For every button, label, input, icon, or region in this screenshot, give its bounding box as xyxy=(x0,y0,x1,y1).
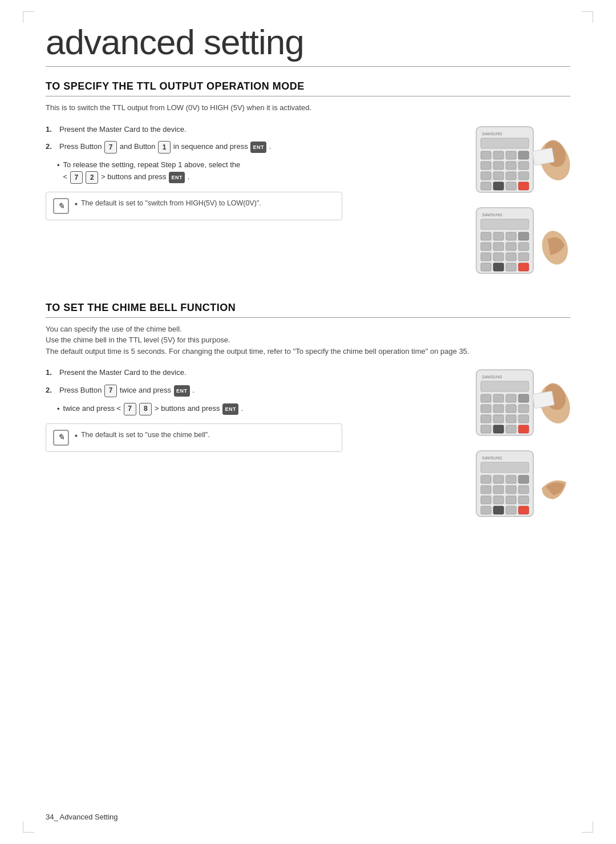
step2-text: Press Button 7 and Button 1 in sequence … xyxy=(59,141,445,154)
svg-rect-28 xyxy=(518,232,529,240)
bullet-btn2: 2 xyxy=(86,171,98,184)
svg-rect-69 xyxy=(506,475,516,483)
svg-rect-21 xyxy=(532,148,554,165)
svg-rect-68 xyxy=(493,475,504,483)
svg-rect-2 xyxy=(481,138,529,148)
note-icon1: ✎ xyxy=(53,198,69,214)
bullet-dot1: • xyxy=(57,160,60,172)
corner-mark-bl xyxy=(23,821,34,833)
svg-text:SAMSUNG: SAMSUNG xyxy=(482,213,502,217)
svg-rect-24 xyxy=(481,219,529,229)
svg-rect-11 xyxy=(481,172,491,180)
svg-rect-77 xyxy=(506,496,516,504)
svg-rect-79 xyxy=(481,506,491,514)
svg-text:SAMSUNG: SAMSUNG xyxy=(482,132,502,136)
svg-rect-17 xyxy=(506,182,516,190)
section2-note: ✎ ▪ The default is set to "use the chime… xyxy=(46,423,342,452)
svg-rect-72 xyxy=(493,486,504,494)
section1-note-text: The default is set to "switch from HIGH(… xyxy=(81,198,261,209)
svg-rect-47 xyxy=(506,394,516,402)
step2-btn-ent: ENT xyxy=(250,142,266,153)
svg-rect-31 xyxy=(506,243,516,251)
svg-rect-46 xyxy=(493,394,504,402)
svg-rect-50 xyxy=(493,405,504,413)
svg-rect-25 xyxy=(481,232,491,240)
s2-note-bullet: ▪ xyxy=(75,430,78,442)
svg-rect-8 xyxy=(493,161,504,169)
s2-bullet-ent: ENT xyxy=(222,403,238,415)
svg-rect-53 xyxy=(481,415,491,423)
s2-bullet-period: . xyxy=(241,404,244,413)
svg-rect-36 xyxy=(518,253,529,261)
page-title: advanced setting xyxy=(46,23,570,62)
section1-step1: 1. Present the Master Card to the device… xyxy=(46,124,445,136)
note-icon2: ✎ xyxy=(53,430,69,446)
svg-rect-10 xyxy=(518,161,529,169)
svg-rect-76 xyxy=(493,496,504,504)
bullet-angle-close: > xyxy=(101,173,107,181)
section1-note: ✎ ▪ The default is set to "switch from H… xyxy=(46,192,342,220)
section2-desc-line2: Use the chime bell in the TTL level (5V)… xyxy=(46,336,230,344)
svg-rect-82 xyxy=(518,506,529,514)
section2-step2: 2. Press Button 7 twice and press ENT . xyxy=(46,385,445,397)
bullet-period: . xyxy=(188,173,190,181)
s2-bullet-after: > buttons and press xyxy=(155,404,222,413)
svg-rect-78 xyxy=(518,496,529,504)
step2-period: . xyxy=(269,143,271,151)
section2-description: You can specify the use of the chime bel… xyxy=(46,324,570,357)
svg-rect-63 xyxy=(532,391,554,409)
step2-btn7: 7 xyxy=(104,141,117,154)
svg-text:SAMSUNG: SAMSUNG xyxy=(482,456,502,460)
s2-step2-text: Press Button 7 twice and press ENT . xyxy=(59,385,445,397)
svg-rect-3 xyxy=(481,151,491,159)
svg-rect-29 xyxy=(481,243,491,251)
page-footer: 34_ Advanced Setting xyxy=(46,813,570,821)
step2-number: 2. xyxy=(46,141,57,153)
note-bullet-sym: ▪ xyxy=(75,198,78,210)
svg-rect-81 xyxy=(506,506,516,514)
bullet-angle-open: < xyxy=(63,173,70,181)
svg-rect-40 xyxy=(518,263,529,271)
svg-rect-59 xyxy=(506,425,516,433)
svg-rect-74 xyxy=(518,486,529,494)
section1-step2: 2. Press Button 7 and Button 1 in sequen… xyxy=(46,141,445,154)
s2-bullet-btn7: 7 xyxy=(124,403,136,415)
svg-rect-16 xyxy=(493,182,504,190)
bullet-ent: ENT xyxy=(169,172,185,183)
s2-step2-btn7: 7 xyxy=(104,385,117,397)
section2-content: 1. Present the Master Card to the device… xyxy=(46,367,570,522)
bullet-text-before: To release the setting, repeat Step 1 ab… xyxy=(63,160,241,169)
section2-images: SAMSUNG xyxy=(456,367,570,522)
svg-rect-7 xyxy=(481,161,491,169)
svg-rect-18 xyxy=(518,182,529,190)
title-divider xyxy=(46,66,570,67)
device-img-s2-1: SAMSUNG xyxy=(471,367,570,441)
svg-rect-60 xyxy=(518,425,529,433)
bullet-text-after: buttons and press xyxy=(107,173,166,181)
section2-bullet: • twice and press < 7 8 > buttons and pr… xyxy=(57,403,445,415)
svg-rect-56 xyxy=(518,415,529,423)
svg-rect-51 xyxy=(506,405,516,413)
section1-heading: TO SPECIFY THE TTL OUTPUT OPERATION MODE xyxy=(46,80,570,96)
svg-rect-49 xyxy=(481,405,491,413)
bullet-dot2: • xyxy=(57,403,60,415)
step2-text-before: Press Button xyxy=(59,143,102,151)
s2-step1-number: 1. xyxy=(46,367,57,379)
s2-bullet-text: twice and press < 7 8 > buttons and pres… xyxy=(63,403,244,415)
corner-mark-tr xyxy=(582,11,593,23)
svg-rect-4 xyxy=(493,151,504,159)
step1-number: 1. xyxy=(46,124,57,136)
svg-rect-55 xyxy=(506,415,516,423)
svg-rect-15 xyxy=(481,182,491,190)
svg-rect-48 xyxy=(518,394,529,402)
s2-bullet-before: twice and press < xyxy=(63,404,123,413)
s2-bullet-btn8: 8 xyxy=(139,403,152,415)
footer-text: 34_ Advanced Setting xyxy=(46,813,118,821)
section1-description: This is to switch the TTL output from LO… xyxy=(46,102,570,114)
svg-rect-71 xyxy=(481,486,491,494)
section1-bullet: • To release the setting, repeat Step 1 … xyxy=(57,159,445,184)
svg-rect-58 xyxy=(493,425,504,433)
svg-rect-30 xyxy=(493,243,504,251)
s2-step2-before: Press Button xyxy=(59,386,102,394)
section1-steps: 1. Present the Master Card to the device… xyxy=(46,124,445,221)
